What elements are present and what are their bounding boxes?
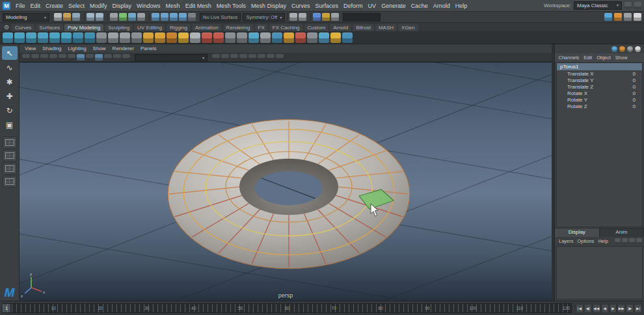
exposure-icon[interactable] bbox=[276, 54, 284, 61]
selected-object-name[interactable]: pTorus1 bbox=[557, 63, 642, 70]
undo-icon[interactable] bbox=[87, 13, 94, 21]
step-back-key-button[interactable]: ◀◀ bbox=[593, 304, 600, 313]
poly-disc-icon[interactable] bbox=[73, 33, 83, 43]
menubar-menu-item[interactable]: Deform bbox=[341, 2, 366, 10]
menubar-menu-item[interactable]: Display bbox=[110, 2, 135, 10]
offset-edge-loop-icon[interactable] bbox=[237, 33, 247, 43]
lighting-all-icon[interactable] bbox=[212, 54, 220, 61]
wireframe-on-shaded-icon[interactable] bbox=[95, 54, 103, 61]
channel-value-field[interactable]: 0 bbox=[633, 97, 636, 103]
paint-select-tool[interactable]: ✱ bbox=[2, 75, 18, 89]
live-surface-indicator[interactable]: No Live Surface bbox=[200, 13, 241, 21]
quad-draw-icon[interactable] bbox=[213, 33, 224, 43]
workspace-gear-icon[interactable] bbox=[624, 2, 632, 9]
append-polygon-icon[interactable] bbox=[248, 33, 259, 43]
modeling-toolkit-icon[interactable] bbox=[604, 13, 612, 21]
menubar-menu-item[interactable]: Surfaces bbox=[313, 2, 342, 10]
menubar-menu-item[interactable]: File bbox=[13, 2, 28, 10]
menubar-menu-item[interactable]: Modify bbox=[87, 2, 110, 10]
menubar-menu-item[interactable]: Mesh Tools bbox=[214, 2, 248, 10]
play-forwards-button[interactable]: ▶ bbox=[610, 304, 617, 313]
snap-to-grid-icon[interactable] bbox=[152, 13, 159, 21]
shelf-tab[interactable]: FX bbox=[255, 24, 268, 31]
sculpt-tool-icon[interactable] bbox=[96, 33, 107, 43]
uv-editor-icon[interactable] bbox=[342, 33, 353, 43]
select-camera-icon[interactable] bbox=[22, 54, 30, 61]
channel-box-menu-item[interactable]: Object bbox=[595, 55, 613, 61]
isolate-select-icon[interactable] bbox=[77, 54, 85, 61]
shelf-tab[interactable]: Arnold bbox=[330, 24, 351, 31]
channel-attribute-row[interactable]: Rotate Z0 bbox=[557, 103, 642, 109]
viewport-toolbar-dropdown[interactable]: ▾ bbox=[135, 54, 208, 61]
menubar-menu-item[interactable]: Create bbox=[43, 2, 66, 10]
shelf-tab[interactable]: Poly Modeling bbox=[64, 24, 103, 31]
extrude-icon[interactable] bbox=[155, 33, 165, 43]
depth-of-field-icon[interactable] bbox=[258, 54, 265, 61]
channel-box-icon[interactable] bbox=[634, 13, 641, 21]
viewport-scene[interactable]: y x z persp bbox=[20, 62, 552, 301]
boolean-union-icon[interactable] bbox=[131, 33, 142, 43]
bridge-icon[interactable] bbox=[178, 33, 189, 43]
redo-icon[interactable] bbox=[96, 13, 103, 21]
viewport-menu-item[interactable]: Show bbox=[90, 46, 109, 51]
rotate-tool[interactable]: ↻ bbox=[2, 103, 18, 117]
lasso-select-tool[interactable]: ∿ bbox=[2, 61, 18, 74]
separate-icon[interactable] bbox=[120, 33, 130, 43]
channel-value-field[interactable]: 0 bbox=[633, 77, 636, 83]
render-settings-icon[interactable] bbox=[331, 13, 339, 21]
shelf-tab[interactable]: Custom bbox=[304, 24, 329, 31]
play-backwards-button[interactable]: ◀ bbox=[601, 304, 609, 313]
layout-single-pane-button[interactable] bbox=[3, 137, 17, 148]
channel-value-field[interactable]: 0 bbox=[633, 71, 636, 77]
project-curve-icon[interactable] bbox=[330, 33, 341, 43]
shelf-tab[interactable]: FX Caching bbox=[269, 24, 303, 31]
go-to-end-button[interactable]: ▶| bbox=[634, 304, 642, 313]
merge-vertices-icon[interactable] bbox=[284, 33, 294, 43]
step-forward-key-button[interactable]: ▶▶ bbox=[617, 304, 625, 313]
menubar-menu-item[interactable]: Curves bbox=[289, 2, 313, 10]
menubar-menu-item[interactable]: Mesh bbox=[163, 2, 183, 10]
insert-edge-loop-icon[interactable] bbox=[225, 33, 235, 43]
shelf-tab[interactable]: Surfaces bbox=[36, 24, 63, 31]
lock-camera-icon[interactable] bbox=[31, 54, 39, 61]
poly-cube-icon[interactable] bbox=[14, 33, 25, 43]
tool-settings-icon[interactable] bbox=[627, 46, 633, 52]
menubar-menu-item[interactable]: Help bbox=[453, 2, 470, 10]
platonic-solid-icon[interactable] bbox=[85, 33, 95, 43]
select-component-icon[interactable] bbox=[128, 13, 136, 21]
current-frame-marker[interactable]: 1 bbox=[3, 304, 10, 312]
tool-settings-icon[interactable] bbox=[624, 13, 632, 21]
channel-box-menu-item[interactable]: Channels bbox=[556, 55, 582, 61]
save-scene-icon[interactable] bbox=[72, 13, 80, 21]
go-to-start-button[interactable]: |◀ bbox=[576, 304, 584, 313]
fill-hole-icon[interactable] bbox=[260, 33, 271, 43]
shadows-icon[interactable] bbox=[221, 54, 229, 61]
menu-set-dropdown[interactable]: Modeling ▾ bbox=[3, 13, 49, 21]
xray-icon[interactable] bbox=[86, 54, 94, 61]
bevel-icon[interactable] bbox=[167, 33, 177, 43]
shelf-tab[interactable]: XGen bbox=[398, 24, 418, 31]
step-forward-frame-button[interactable]: |▶ bbox=[626, 304, 634, 313]
shelf-tab[interactable]: MASH bbox=[375, 24, 397, 31]
select-hierarchy-icon[interactable] bbox=[110, 13, 118, 21]
shelf-tab[interactable]: Animation bbox=[192, 24, 222, 31]
bookmarks-icon[interactable] bbox=[49, 54, 57, 61]
camera-attributes-icon[interactable] bbox=[40, 54, 48, 61]
shelf-tab[interactable]: Sculpting bbox=[105, 24, 133, 31]
menubar-menu-item[interactable]: Arnold bbox=[431, 2, 453, 10]
shelf-tab[interactable]: Rendering bbox=[223, 24, 254, 31]
workspace-dropdown[interactable]: Maya Classic ▾ bbox=[574, 1, 622, 10]
grid-toggle-icon[interactable] bbox=[113, 54, 121, 61]
layout-persp-outliner-button[interactable] bbox=[3, 176, 17, 187]
channel-attribute-row[interactable]: Translate Y0 bbox=[557, 77, 642, 83]
viewport-menu-item[interactable]: Renderer bbox=[109, 46, 137, 51]
smooth-icon[interactable] bbox=[143, 33, 154, 43]
fog-icon[interactable] bbox=[267, 54, 275, 61]
snap-to-point-icon[interactable] bbox=[170, 13, 178, 21]
channel-box-icon[interactable] bbox=[635, 46, 641, 52]
menubar-menu-item[interactable]: UV bbox=[366, 2, 379, 10]
film-gate-icon[interactable] bbox=[122, 54, 130, 61]
crease-tool-icon[interactable] bbox=[307, 33, 317, 43]
poly-sphere-icon[interactable] bbox=[3, 33, 13, 43]
spin-edge-icon[interactable] bbox=[319, 33, 329, 43]
